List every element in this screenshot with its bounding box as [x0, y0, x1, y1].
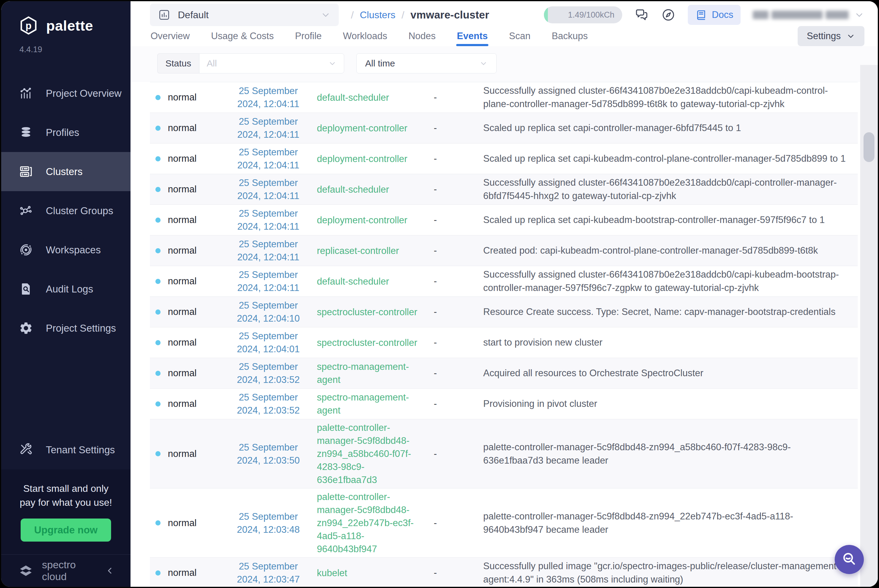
event-message: palette-controller-manager-5c9f8dbd48-zn…: [483, 510, 858, 536]
event-status: normal: [168, 398, 197, 409]
scrollbar-thumb[interactable]: [864, 132, 874, 162]
sidebar-item-project-settings[interactable]: Project Settings: [1, 309, 131, 348]
sidebar-item-workspaces[interactable]: Workspaces: [1, 230, 131, 269]
status-dot-icon: [155, 279, 161, 284]
tab-usage-costs[interactable]: Usage & Costs: [210, 26, 274, 46]
event-timestamp: 25 September2024, 12:04:11: [220, 207, 317, 233]
event-timestamp: 25 September2024, 12:04:11: [220, 238, 317, 264]
app-window: p palette 4.4.19 Project OverviewProfile…: [1, 1, 878, 587]
breadcrumb-clusters-link[interactable]: Clusters: [360, 9, 395, 21]
time-range-value: All time: [365, 58, 395, 69]
table-row: normal25 September2024, 12:03:47kubelet-…: [150, 558, 858, 587]
tab-profile[interactable]: Profile: [295, 26, 322, 46]
event-resource: -: [434, 368, 483, 379]
table-row: normal25 September2024, 12:03:48palette-…: [150, 489, 858, 558]
status-dot-icon: [155, 218, 161, 223]
event-status-cell: normal: [150, 567, 220, 578]
sidebar-item-cluster-groups[interactable]: Cluster Groups: [1, 191, 131, 230]
status-dot-icon: [155, 309, 161, 315]
event-status-cell: normal: [150, 337, 220, 348]
event-source: default-scheduler: [317, 275, 434, 288]
tab-overview[interactable]: Overview: [150, 26, 190, 46]
sidebar-item-clusters[interactable]: Clusters: [1, 152, 131, 191]
status-dot-icon: [155, 340, 161, 345]
status-dot-icon: [155, 520, 161, 525]
table-row: normal25 September2024, 12:03:52spectro-…: [150, 388, 858, 419]
brand-name: palette: [46, 17, 93, 34]
search-fab-button[interactable]: [835, 545, 864, 574]
event-status: normal: [168, 153, 197, 164]
breadcrumb: / Clusters / vmware-cluster: [351, 9, 489, 21]
event-source: spectro-management-agent: [317, 391, 434, 417]
docs-button[interactable]: Docs: [688, 5, 741, 25]
footer-brand: spectro cloud: [42, 559, 98, 582]
event-status-cell: normal: [150, 398, 220, 409]
sidebar-item-label: Cluster Groups: [46, 205, 113, 217]
audit-log-icon: [19, 282, 33, 296]
project-selector[interactable]: Default: [150, 4, 339, 26]
tab-workloads[interactable]: Workloads: [343, 26, 388, 46]
compass-icon[interactable]: [661, 8, 676, 22]
event-resource: -: [434, 337, 483, 348]
event-status: normal: [168, 276, 197, 287]
status-filter-select[interactable]: All: [199, 53, 344, 74]
breadcrumb-current: vmware-cluster: [410, 9, 489, 21]
tab-events[interactable]: Events: [456, 26, 488, 46]
event-timestamp: 25 September2024, 12:03:52: [220, 391, 317, 417]
user-menu[interactable]: [753, 10, 864, 20]
sidebar-footer: spectro cloud: [1, 554, 131, 587]
bar-chart-icon: [19, 86, 33, 100]
event-message: Provisioning in pivot cluster: [483, 397, 858, 411]
event-status-cell: normal: [150, 448, 220, 459]
tab-backups[interactable]: Backups: [551, 26, 589, 46]
event-status-cell: normal: [150, 153, 220, 164]
status-dot-icon: [155, 371, 161, 376]
events-table: normal25 September2024, 12:04:11default-…: [150, 82, 858, 587]
event-message: Resource Create success. Type: Secret, N…: [483, 305, 858, 319]
chevron-down-icon: [846, 32, 855, 40]
settings-button[interactable]: Settings: [798, 26, 864, 46]
sidebar-item-label: Tenant Settings: [46, 444, 115, 456]
svg-text:p: p: [26, 20, 32, 31]
sidebar-item-project-overview[interactable]: Project Overview: [1, 74, 131, 113]
sidebar-item-audit-logs[interactable]: Audit Logs: [1, 269, 131, 309]
sidebar-item-label: Project Overview: [46, 88, 122, 99]
chart-mini-icon: [158, 9, 171, 21]
chevron-left-icon[interactable]: [105, 566, 115, 576]
status-dot-icon: [155, 126, 161, 131]
status-dot-icon: [155, 156, 161, 161]
cluster-tabs: OverviewUsage & CostsProfileWorkloadsNod…: [150, 26, 589, 46]
event-resource: -: [434, 214, 483, 225]
sidebar-item-tenant-settings[interactable]: Tenant Settings: [1, 430, 131, 470]
event-status: normal: [168, 184, 197, 195]
event-source: deployment-controller: [317, 214, 434, 226]
time-range-select[interactable]: All time: [356, 53, 497, 74]
status-filter-value: All: [207, 58, 217, 69]
event-status: normal: [168, 368, 197, 379]
event-status: normal: [168, 92, 197, 103]
cluster-tabs-row: OverviewUsage & CostsProfileWorkloadsNod…: [131, 26, 878, 46]
event-source: replicaset-controller: [317, 244, 434, 257]
event-status: normal: [168, 518, 197, 528]
breadcrumb-separator: /: [351, 9, 354, 21]
chat-bubbles-icon[interactable]: [634, 8, 649, 22]
table-row: normal25 September2024, 12:04:11replicas…: [150, 236, 858, 266]
usage-value: 1.49/100kCh: [568, 10, 615, 20]
event-status: normal: [168, 448, 197, 459]
event-message: Created pod: capi-kubeadm-control-plane-…: [483, 244, 858, 257]
event-resource: -: [434, 518, 483, 528]
sidebar-item-label: Workspaces: [46, 244, 101, 256]
event-status: normal: [168, 337, 197, 348]
event-message: Successfully assigned cluster-66f4341087…: [483, 84, 858, 111]
event-status: normal: [168, 567, 197, 578]
sidebar-item-profiles[interactable]: Profiles: [1, 113, 131, 152]
tab-scan[interactable]: Scan: [508, 26, 531, 46]
project-selector-value: Default: [178, 9, 209, 21]
layers-icon: [19, 125, 33, 140]
event-timestamp: 25 September2024, 12:04:11: [220, 146, 317, 172]
event-status-cell: normal: [150, 92, 220, 103]
upgrade-now-button[interactable]: Upgrade now: [21, 519, 111, 542]
tab-nodes[interactable]: Nodes: [408, 26, 436, 46]
event-source: palette-controller-manager-5c9f8dbd48-zn…: [317, 490, 434, 555]
event-status-cell: normal: [150, 368, 220, 379]
